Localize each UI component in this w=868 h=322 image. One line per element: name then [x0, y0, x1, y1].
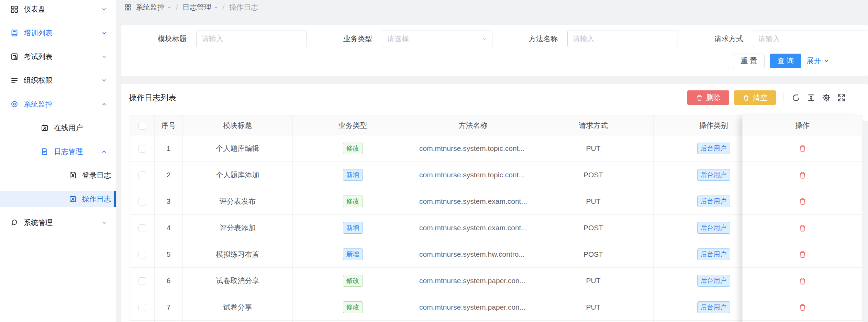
- row-checkbox[interactable]: [138, 198, 146, 206]
- cell-method: com.mtnurse.system.paper.con...: [413, 268, 533, 294]
- expand-link[interactable]: 展开: [806, 56, 830, 66]
- row-delete-trash-icon[interactable]: [798, 277, 807, 285]
- calendar-user-icon: [41, 124, 49, 132]
- cell-method: com.mtnurse.system.topic.cont...: [413, 162, 533, 188]
- cell-method: com.mtnurse.system.paper.con...: [413, 294, 533, 321]
- search-panel: 模块标题 业务类型 请选择 方法名称 请求方式 重 置 查 询 展开: [121, 25, 868, 76]
- delete-button[interactable]: 删除: [687, 90, 729, 105]
- row-delete-trash-icon[interactable]: [798, 224, 807, 232]
- sidebar-item-system-monitor[interactable]: 系统监控: [0, 96, 116, 112]
- sidebar-item-log-management[interactable]: 日志管理: [0, 143, 116, 160]
- fullscreen-icon[interactable]: [836, 92, 846, 103]
- category-badge: 后台用户: [697, 196, 730, 207]
- sidebar-item-online-users[interactable]: 在线用户: [0, 120, 116, 136]
- sidebar-item-operation-log[interactable]: 操作日志: [0, 191, 116, 207]
- refresh-icon[interactable]: [791, 92, 801, 103]
- chevron-up-icon: [101, 101, 107, 107]
- sidebar-item-label: 日志管理: [54, 147, 83, 156]
- expand-label: 展开: [806, 56, 821, 66]
- sidebar-item-system-management[interactable]: 系统管理: [0, 214, 116, 231]
- request-method-input[interactable]: [753, 31, 868, 47]
- row-delete-trash-icon[interactable]: [798, 144, 807, 153]
- chevron-down-icon: [101, 220, 107, 225]
- clear-button[interactable]: 清空: [734, 90, 776, 105]
- query-button[interactable]: 查 询: [770, 54, 801, 68]
- row-delete-trash-icon[interactable]: [798, 250, 807, 259]
- operation-cell: [743, 294, 862, 321]
- category-badge: 后台用户: [697, 275, 730, 287]
- row-checkbox[interactable]: [138, 171, 146, 179]
- field-label: 业务类型: [307, 34, 372, 44]
- field-label: 方法名称: [492, 34, 558, 44]
- cell-index: 6: [155, 268, 183, 294]
- sidebar-item-label: 仪表盘: [24, 4, 45, 14]
- row-height-icon[interactable]: [806, 92, 816, 103]
- breadcrumb-separator: /: [176, 3, 178, 11]
- method-name-input[interactable]: [567, 31, 678, 47]
- row-delete-trash-icon[interactable]: [798, 303, 807, 312]
- sidebar-item-label: 在线用户: [54, 123, 83, 133]
- breadcrumb-item[interactable]: 日志管理: [182, 2, 211, 12]
- operation-cell: [743, 188, 862, 215]
- chevron-down-icon: [214, 5, 218, 10]
- category-badge: 后台用户: [697, 169, 730, 181]
- cell-module: 试卷取消分享: [183, 268, 293, 294]
- cell-index: 7: [155, 294, 183, 321]
- breadcrumb-separator: /: [223, 3, 225, 11]
- col-request: 请求方式: [533, 115, 654, 135]
- field-request-method: 请求方式: [678, 31, 868, 47]
- sidebar-item-label: 登录日志: [82, 170, 111, 180]
- sidebar-item-label: 培训列表: [24, 28, 53, 38]
- chevron-down-icon: [101, 78, 107, 83]
- reset-button[interactable]: 重 置: [733, 54, 765, 68]
- org-lines-icon: [10, 76, 19, 85]
- table-wrapper: 序号 模块标题 业务类型 方法名称 请求方式 操作类别 1 个人题库编辑 修改 …: [130, 115, 863, 322]
- sidebar-item-training-list[interactable]: 培训列表: [0, 25, 116, 41]
- sidebar-item-exam-list[interactable]: 考试列表: [0, 48, 116, 65]
- cell-index: 4: [155, 215, 183, 241]
- operation-cell: [743, 321, 862, 322]
- row-checkbox[interactable]: [138, 224, 146, 232]
- operation-cell: [743, 241, 862, 268]
- row-delete-trash-icon[interactable]: [798, 197, 807, 206]
- operation-cell: [743, 268, 862, 294]
- cell-index: 2: [155, 162, 183, 188]
- row-checkbox[interactable]: [138, 251, 146, 258]
- col-method: 方法名称: [413, 115, 533, 135]
- row-checkbox[interactable]: [138, 277, 146, 285]
- sidebar-item-dashboard[interactable]: 仪表盘: [0, 1, 116, 18]
- calendar-user-icon: [69, 171, 77, 179]
- sidebar-item-login-log[interactable]: 登录日志: [0, 167, 116, 184]
- trash-icon: [743, 94, 750, 101]
- chevron-down-icon: [101, 30, 107, 36]
- cell-module: 个人题库编辑: [183, 135, 293, 162]
- field-label: 请求方式: [678, 34, 743, 44]
- row-checkbox[interactable]: [138, 145, 146, 153]
- sidebar-item-label: 系统监控: [24, 99, 53, 109]
- breadcrumb-item[interactable]: 系统监控: [136, 2, 165, 12]
- gear-icon[interactable]: [821, 92, 831, 103]
- chevron-down-icon: [823, 58, 830, 64]
- operation-cell: [743, 215, 862, 241]
- category-badge: 后台用户: [697, 143, 730, 154]
- sidebar-item-org-permissions[interactable]: 组织权限: [0, 72, 116, 89]
- sidebar-menu: 仪表盘 培训列表 考试列表 组织权限: [0, 0, 116, 231]
- row-delete-trash-icon[interactable]: [798, 171, 807, 179]
- row-checkbox[interactable]: [138, 304, 146, 311]
- cell-request: POST: [533, 215, 654, 241]
- training-book-icon: [10, 29, 19, 37]
- business-type-select[interactable]: 请选择: [382, 31, 492, 47]
- sidebar-item-label: 系统管理: [24, 218, 53, 227]
- field-label: 模块标题: [121, 34, 187, 44]
- chevron-up-icon: [101, 149, 107, 154]
- monitor-eye-icon: [10, 100, 19, 108]
- chevron-down-icon: [101, 7, 107, 12]
- search-buttons: 重 置 查 询 展开: [121, 54, 868, 68]
- type-badge: 修改: [343, 275, 363, 287]
- breadcrumb-current: 操作日志: [229, 2, 258, 12]
- scrollbar-gutter[interactable]: [863, 121, 868, 322]
- operation-cell: [743, 135, 862, 162]
- select-all-checkbox[interactable]: [138, 122, 146, 130]
- field-method-name: 方法名称: [492, 31, 678, 47]
- module-title-input[interactable]: [196, 31, 307, 47]
